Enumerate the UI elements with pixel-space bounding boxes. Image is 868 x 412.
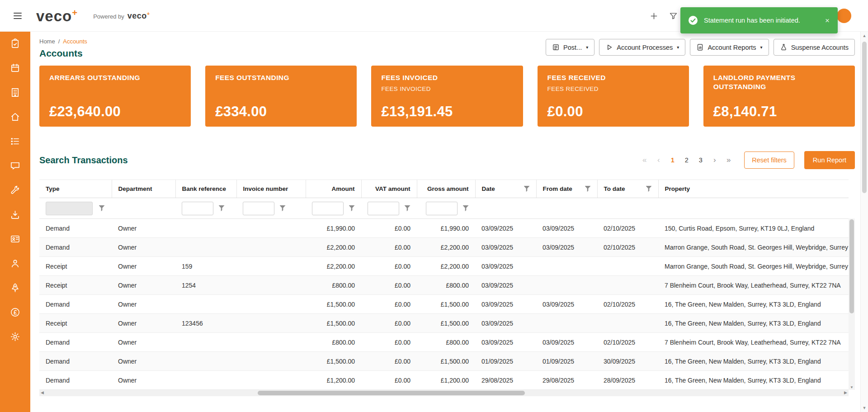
column-header-inner: Property — [665, 185, 843, 192]
amount-filter-input[interactable] — [312, 202, 344, 215]
cell-date: 03/09/2025 — [475, 295, 536, 314]
cell-property: 16, The Green, New Malden, Surrey, KT3 3… — [658, 371, 849, 390]
window-scroll-up-icon[interactable]: ▲ — [861, 33, 868, 38]
bank-reference-filter-button[interactable] — [217, 204, 226, 213]
cell-date: 03/09/2025 — [475, 314, 536, 333]
grid-horizontal-scrollbar[interactable]: ◀ ▶ — [39, 390, 849, 396]
pagination-page-2[interactable]: 2 — [680, 152, 693, 168]
pagination-last[interactable]: » — [722, 152, 735, 168]
amount-filter-button[interactable] — [347, 204, 357, 213]
table-row[interactable]: DemandOwner£800.00£0.00£800.0003/09/2025… — [39, 333, 849, 352]
gross-amount-filter-input[interactable] — [426, 202, 458, 215]
scroll-right-arrow-icon[interactable]: ▶ — [844, 390, 847, 395]
invoice-number-filter-input[interactable] — [243, 202, 274, 215]
filter-cell-to-date — [597, 198, 658, 219]
filter-cell-vat-amount — [361, 198, 417, 219]
filter-funnel-icon — [99, 205, 105, 211]
bank-reference-filter-input[interactable] — [182, 202, 213, 215]
post-icon — [552, 43, 560, 51]
checklist-icon — [10, 136, 20, 147]
cell-department: Owner — [112, 219, 175, 238]
kpi-card-landlord-payments-outstanding: LANDLORD PAYMENTS OUTSTANDING£8,140.71 — [703, 66, 855, 127]
column-label: Bank reference — [182, 185, 226, 192]
scroll-down-arrow-icon[interactable]: ▼ — [849, 385, 855, 389]
type-filter-button[interactable] — [97, 204, 107, 213]
cell-invoice-number — [236, 371, 306, 390]
table-row[interactable]: ReceiptOwner123456£1,500.00£0.00£1,500.0… — [39, 314, 849, 333]
filter-funnel-icon — [280, 205, 286, 211]
vat-amount-filter-button[interactable] — [402, 204, 412, 213]
column-filter-icon[interactable] — [524, 186, 530, 192]
cell-property: 7 Blenheim Court, Brook Way, Leatherhead… — [658, 333, 849, 352]
table-row[interactable]: DemandOwner£1,500.00£0.00£1,500.0001/09/… — [39, 352, 849, 371]
kpi-card-fees-invoiced: FEES INVOICEDFEES INVOICED£13,191.45 — [371, 66, 523, 127]
sidebar-item-lettings[interactable] — [7, 110, 24, 123]
cell-department: Owner — [112, 314, 175, 333]
table-row[interactable]: DemandOwner£1,200.00£0.00£1,200.0029/08/… — [39, 371, 849, 390]
cell-vat-amount: £0.00 — [361, 257, 417, 276]
pagination-page-1[interactable]: 1 — [666, 152, 679, 168]
window-scrollbar[interactable]: ▲ ▼ — [860, 32, 868, 412]
cell-type: Demand — [39, 352, 112, 371]
sidebar-item-contacts[interactable] — [7, 232, 24, 245]
run-report-button[interactable]: Run Report — [804, 151, 855, 169]
sidebar-item-maintenance[interactable] — [7, 184, 24, 196]
sidebar-item-marketing[interactable] — [7, 281, 24, 294]
table-row[interactable]: DemandOwner£2,200.00£0.00£2,200.0003/09/… — [39, 238, 849, 257]
column-filter-icon[interactable] — [585, 186, 591, 192]
invoice-number-filter-button[interactable] — [278, 204, 288, 213]
pagination-first[interactable]: « — [638, 152, 651, 168]
table-row[interactable]: ReceiptOwner1254£800.00£0.00£800.0003/09… — [39, 276, 849, 295]
sidebar-item-downloads[interactable] — [7, 208, 24, 221]
suspense-accounts-button[interactable]: Suspense Accounts — [774, 39, 855, 56]
window-scroll-down-icon[interactable]: ▼ — [861, 406, 868, 410]
grid-vertical-scrollbar[interactable]: ▼ — [849, 218, 855, 390]
reset-filters-button[interactable]: Reset filters — [744, 152, 794, 169]
grid-horizontal-scrollbar-thumb[interactable] — [258, 391, 525, 395]
cell-date: 03/09/2025 — [475, 238, 536, 257]
table-row[interactable]: DemandOwner£1,990.00£0.00£1,990.0003/09/… — [39, 219, 849, 238]
table-row[interactable]: ReceiptOwner159£2,200.00£0.00£2,200.0003… — [39, 257, 849, 276]
sidebar-item-calendar[interactable] — [7, 62, 24, 74]
kpi-title: LANDLORD PAYMENTS OUTSTANDING — [713, 73, 817, 91]
hamburger-menu-button[interactable] — [10, 8, 25, 24]
breadcrumb-home-link[interactable]: Home — [39, 38, 55, 45]
account-processes-button[interactable]: Account Processes▾ — [599, 39, 685, 56]
sidebar-item-accounts[interactable] — [7, 306, 24, 318]
column-header-vat-amount: VAT amount — [361, 180, 417, 198]
sidebar-item-people[interactable] — [7, 257, 24, 270]
window-scrollbar-thumb[interactable] — [862, 42, 867, 193]
account-reports-button[interactable]: Account Reports▾ — [690, 39, 769, 56]
filter-cell-gross-amount — [417, 198, 475, 219]
sidebar-item-tasks[interactable] — [7, 37, 24, 50]
sidebar — [0, 32, 30, 412]
table-row[interactable]: DemandOwner£1,500.00£0.00£1,500.0003/09/… — [39, 295, 849, 314]
post-button[interactable]: Post...▾ — [546, 39, 594, 56]
search-transactions-title: Search Transactions — [39, 155, 128, 166]
sidebar-item-properties[interactable] — [7, 86, 24, 99]
scroll-left-arrow-icon[interactable]: ◀ — [41, 390, 44, 395]
sidebar-item-settings[interactable] — [7, 330, 24, 343]
column-header-from-date: From date — [536, 180, 597, 198]
type-filter-select[interactable] — [46, 202, 93, 215]
filter-button[interactable] — [669, 11, 678, 21]
filter-cell-property — [658, 198, 849, 219]
cell-property: 16, The Green, New Malden, Surrey, KT3 3… — [658, 352, 849, 371]
gross-amount-filter-button[interactable] — [461, 204, 471, 213]
sidebar-item-worklist[interactable] — [7, 135, 24, 147]
column-filter-icon[interactable] — [646, 186, 652, 192]
add-button[interactable] — [649, 11, 659, 21]
grid-vertical-scrollbar-thumb[interactable] — [849, 219, 854, 313]
pagination-page-3[interactable]: 3 — [694, 152, 707, 168]
vat-amount-filter-input[interactable] — [368, 202, 399, 215]
pagination-next[interactable]: › — [708, 152, 721, 168]
user-avatar[interactable] — [837, 9, 851, 23]
column-header-to-date: To date — [597, 180, 658, 198]
sidebar-item-messages[interactable] — [7, 159, 24, 172]
toast-close-button[interactable]: × — [823, 15, 831, 26]
pagination-prev[interactable]: ‹ — [652, 152, 665, 168]
cell-bank-reference — [175, 371, 236, 390]
caret-down-icon: ▾ — [586, 45, 588, 50]
kpi-value: £334.00 — [215, 104, 347, 120]
cell-invoice-number — [236, 352, 306, 371]
